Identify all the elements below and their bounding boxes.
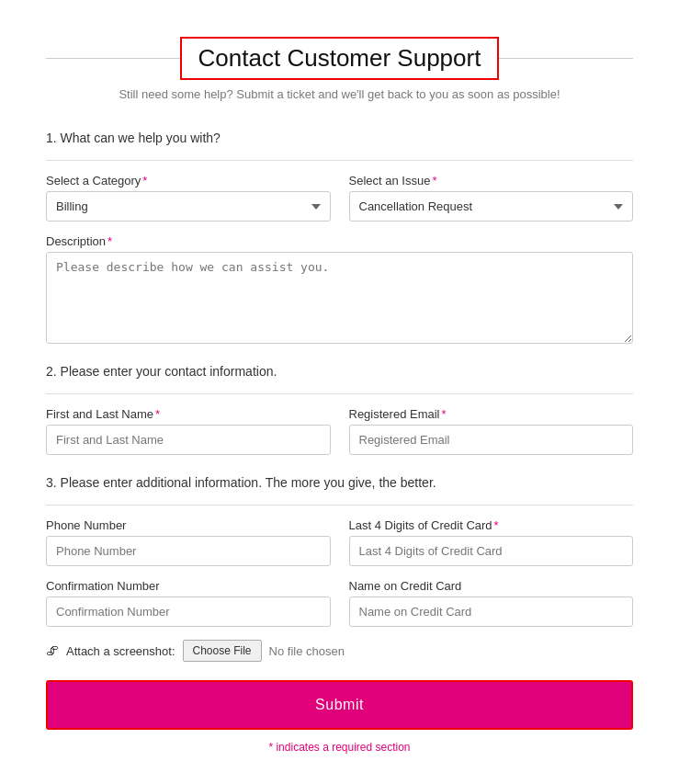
section3-heading: 3. Please enter additional information. … — [46, 468, 633, 490]
section1-divider — [46, 160, 633, 161]
description-group: Description* — [46, 234, 633, 344]
name-label: First and Last Name* — [46, 407, 331, 421]
title-line-right — [499, 58, 633, 59]
name-group: First and Last Name* — [46, 407, 331, 455]
issue-label: Select an Issue* — [349, 174, 634, 187]
title-line-left — [46, 58, 180, 59]
confirmation-input[interactable] — [46, 597, 331, 627]
category-issue-row: Select a Category* Billing Technical Acc… — [46, 174, 633, 222]
file-chosen-text: No file chosen — [269, 644, 345, 658]
name-on-card-input[interactable] — [349, 597, 634, 627]
phone-input[interactable] — [46, 536, 331, 566]
section2-heading: 2. Please enter your contact information… — [46, 357, 633, 379]
submit-button[interactable]: Submit — [48, 682, 631, 728]
choose-file-button[interactable]: Choose File — [183, 640, 262, 662]
phone-group: Phone Number — [46, 518, 331, 566]
last4-input[interactable] — [349, 536, 634, 566]
page-title: Contact Customer Support — [180, 37, 500, 80]
description-label: Description* — [46, 234, 633, 248]
name-on-card-group: Name on Credit Card — [349, 579, 634, 627]
phone-last4-row: Phone Number Last 4 Digits of Credit Car… — [46, 518, 633, 566]
subtitle: Still need some help? Submit a ticket an… — [46, 87, 633, 101]
section2-divider — [46, 393, 633, 394]
attach-row: 🖇 Attach a screenshot: Choose File No fi… — [46, 640, 633, 662]
email-label: Registered Email* — [349, 407, 634, 421]
confirmation-namecard-row: Confirmation Number Name on Credit Card — [46, 579, 633, 627]
email-group: Registered Email* — [349, 407, 634, 455]
last4-label: Last 4 Digits of Credit Card* — [349, 518, 634, 532]
confirmation-group: Confirmation Number — [46, 579, 331, 627]
title-row: Contact Customer Support — [46, 37, 633, 80]
confirmation-label: Confirmation Number — [46, 579, 331, 593]
name-email-row: First and Last Name* Registered Email* — [46, 407, 633, 455]
issue-select[interactable]: Cancellation Request Payment Issue Refun… — [349, 191, 634, 222]
required-note: * indicates a required section — [46, 741, 633, 754]
attach-label: Attach a screenshot: — [66, 644, 175, 658]
category-label: Select a Category* — [46, 174, 331, 187]
attach-icon: 🖇 — [46, 643, 59, 658]
section3-divider — [46, 505, 633, 506]
name-input[interactable] — [46, 425, 331, 455]
category-select[interactable]: Billing Technical Account Other — [46, 191, 331, 222]
name-on-card-label: Name on Credit Card — [349, 579, 634, 593]
section1-heading: 1. What can we help you with? — [46, 123, 633, 145]
email-input[interactable] — [349, 425, 634, 455]
description-textarea[interactable] — [46, 252, 633, 344]
category-group: Select a Category* Billing Technical Acc… — [46, 174, 331, 222]
phone-label: Phone Number — [46, 518, 331, 532]
last4-group: Last 4 Digits of Credit Card* — [349, 518, 634, 566]
issue-group: Select an Issue* Cancellation Request Pa… — [349, 174, 634, 222]
form-container: Contact Customer Support Still need some… — [18, 18, 661, 781]
submit-wrapper: Submit — [46, 680, 633, 730]
